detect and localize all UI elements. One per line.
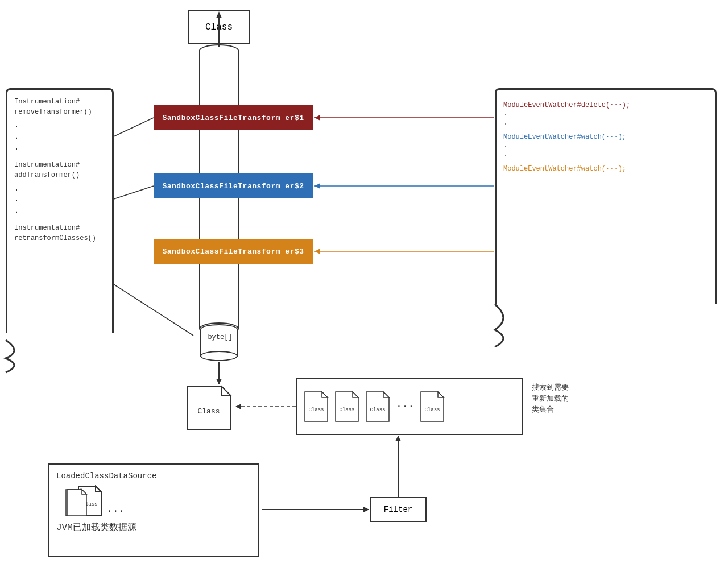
svg-marker-33 (315, 249, 320, 254)
left-note-text: Instrumentation# removeTransformer() ···… (14, 97, 105, 243)
class-file-1: Class (304, 391, 329, 423)
svg-marker-10 (383, 392, 389, 397)
class-file-2: Class (334, 391, 359, 423)
left-note-line4: addTransformer() (14, 170, 105, 180)
svg-marker-39 (363, 507, 369, 512)
transformer-1-box: SandboxClassFileTransform er$1 (154, 105, 313, 130)
set-desc-line2: 重新加载的 (532, 394, 569, 405)
filter-label: Filter (384, 505, 412, 514)
left-note-line1: Instrumentation# (14, 97, 105, 107)
right-note-content: ModuleEventWatcher#delete(···); ··· Modu… (503, 101, 708, 160)
svg-text:Class: Class (308, 407, 324, 413)
svg-marker-18 (82, 490, 86, 494)
svg-marker-41 (395, 436, 401, 441)
svg-marker-29 (315, 115, 320, 121)
class-file-icon: Class (185, 384, 239, 435)
class-file-4: Class (420, 391, 445, 423)
stacked-file-back1 (66, 488, 89, 517)
byte-cylinder-bottom (200, 351, 238, 361)
svg-text:Class: Class (339, 407, 354, 413)
left-note-line5: Instrumentation# (14, 223, 105, 233)
left-note-line2: removeTransformer() (14, 107, 105, 117)
byte-label: byte[] (202, 333, 238, 341)
event-text-3: ModuleEventWatcher#watch(···); (503, 165, 626, 173)
set-description: 搜索到需要 重新加载的 类集合 (532, 382, 569, 416)
svg-marker-4 (322, 392, 328, 397)
loaded-class-box: LoadedClassDataSource Class ··· JVM已加载类数… (48, 463, 259, 557)
svg-marker-13 (438, 392, 444, 397)
class-top-box: Class (188, 10, 250, 44)
class-file-3: Class (365, 391, 390, 423)
transformer-1-label: SandboxClassFileTransform er$1 (162, 114, 304, 122)
svg-marker-31 (315, 183, 320, 189)
svg-marker-20 (96, 486, 101, 492)
svg-line-27 (114, 284, 193, 336)
loaded-class-title: LoadedClassDataSource (56, 471, 251, 481)
diagram-container: Class SandboxClassFileTransform er$1 San… (0, 0, 728, 588)
transformer-2-label: SandboxClassFileTransform er$2 (162, 182, 304, 191)
stacked-ellipsis: ··· (106, 506, 125, 517)
transformer-3-label: SandboxClassFileTransform er$3 (162, 247, 304, 256)
filter-box: Filter (370, 497, 427, 522)
svg-line-26 (114, 186, 154, 199)
svg-text:Class: Class (425, 407, 440, 413)
transformer-2-box: SandboxClassFileTransform er$2 (154, 173, 313, 198)
ellipsis: ··· (396, 401, 414, 412)
event-text-1: ModuleEventWatcher#delete(···); (503, 101, 630, 109)
left-dots-1: ··· (14, 122, 105, 155)
svg-text:Class: Class (370, 407, 385, 413)
set-desc-line3: 类集合 (532, 404, 569, 416)
left-dots-2: ··· (14, 185, 105, 218)
classes-set-box: Class Class Class ··· Class (296, 378, 523, 435)
left-note-line3: Instrumentation# (14, 160, 105, 170)
stacked-files: Class ··· (59, 485, 251, 517)
left-note-box: Instrumentation# removeTransformer() ···… (6, 88, 114, 333)
transformer-3-box: SandboxClassFileTransform er$3 (154, 239, 313, 264)
svg-marker-7 (353, 392, 358, 397)
set-desc-line1: 搜索到需要 (532, 382, 569, 394)
svg-text:Class: Class (197, 407, 220, 416)
right-note-box: ModuleEventWatcher#delete(···); ··· Modu… (495, 88, 717, 304)
loaded-class-subtitle: JVM已加载类数据源 (56, 521, 251, 533)
left-note-line6: retransformClasses() (14, 233, 105, 243)
svg-line-25 (114, 118, 154, 136)
svg-marker-1 (222, 387, 230, 395)
class-top-label: Class (205, 22, 233, 32)
event-text-2: ModuleEventWatcher#watch(···); (503, 133, 626, 141)
